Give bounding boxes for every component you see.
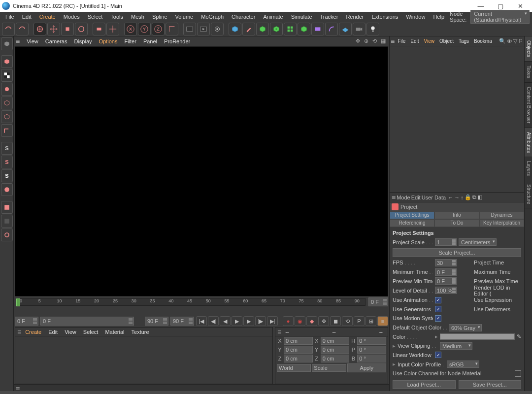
fps-input[interactable]: 30: [435, 259, 457, 266]
use-motion-check[interactable]: ✓: [435, 315, 441, 322]
time-end-outer[interactable]: 90 F: [170, 317, 194, 326]
goto-start-button[interactable]: |◀: [196, 316, 207, 326]
coord-mode-select[interactable]: Scale: [312, 364, 346, 372]
mat-menu-view[interactable]: View: [62, 328, 79, 336]
mat-menu-texture[interactable]: Texture: [129, 328, 152, 336]
rtab-layers[interactable]: Layers: [525, 157, 532, 180]
render-view-button[interactable]: [183, 23, 196, 35]
view-menu-display[interactable]: Display: [71, 37, 95, 45]
menu-render[interactable]: Render: [342, 13, 367, 21]
viewport-hamburger-icon[interactable]: [16, 37, 20, 45]
menu-create[interactable]: Create: [36, 13, 59, 21]
linear-workflow-check[interactable]: ✓: [435, 352, 441, 358]
key-rot-button[interactable]: ⟲: [342, 316, 353, 326]
viewport-rotate-icon[interactable]: ⟲: [371, 37, 378, 45]
select-tool[interactable]: [33, 23, 46, 35]
key-strip-button[interactable]: ≡: [377, 316, 388, 326]
menu-animate[interactable]: Animate: [260, 13, 286, 21]
z-axis-toggle[interactable]: Z: [152, 23, 165, 35]
attr-nav-back-icon[interactable]: ←: [448, 195, 453, 200]
make-editable-button[interactable]: [1, 55, 13, 68]
scale-tool[interactable]: [61, 23, 74, 35]
undo-button[interactable]: [2, 23, 15, 35]
menu-tools[interactable]: Tools: [107, 13, 127, 21]
obj-menu-view[interactable]: View: [422, 37, 437, 45]
coord-space-select[interactable]: World: [277, 364, 311, 372]
viewport-zoom-icon[interactable]: ⊕: [363, 37, 370, 45]
obj-menu-object[interactable]: Object: [437, 37, 456, 45]
mesh3-button[interactable]: [1, 229, 13, 241]
object-manager-area[interactable]: [390, 46, 524, 192]
menu-mesh[interactable]: Mesh: [128, 13, 148, 21]
coord-apply-button[interactable]: Apply: [347, 363, 386, 372]
key-param-button[interactable]: P: [354, 316, 365, 326]
obj-menu-tags[interactable]: Tags: [457, 37, 471, 45]
soft-select-button[interactable]: [1, 183, 13, 196]
play-button[interactable]: ▶: [232, 316, 242, 326]
model-mode-button[interactable]: [1, 37, 13, 50]
view-menu-filter[interactable]: Filter: [121, 37, 139, 45]
attr-menu-edit[interactable]: Edit: [411, 195, 421, 200]
menu-select[interactable]: Select: [84, 13, 106, 21]
tab-todo[interactable]: To Do: [434, 219, 479, 227]
coord-x-size[interactable]: 0 cm: [321, 337, 350, 345]
use-generators-check[interactable]: ✓: [435, 306, 441, 312]
color-picker-icon[interactable]: ✎: [517, 333, 521, 340]
keyframe-sel-button[interactable]: ◆: [306, 316, 317, 326]
field-button[interactable]: [311, 23, 324, 35]
obj-filter-icon[interactable]: ▽: [513, 38, 517, 44]
viewport-layout-icon[interactable]: ▦: [379, 37, 387, 45]
light-button[interactable]: [366, 23, 379, 35]
texture-mode-button[interactable]: [1, 69, 13, 82]
timeline-ruler[interactable]: 051015202530354045505560657075808590: [16, 298, 366, 306]
menu-help[interactable]: Help: [430, 13, 448, 21]
cloner-button[interactable]: [284, 23, 297, 35]
save-preset-button[interactable]: Save Preset...: [459, 380, 522, 389]
node-space-select[interactable]: Current (Standard/Physical): [470, 10, 530, 24]
command-bar[interactable]: [14, 384, 389, 391]
tab-referencing[interactable]: Referencing: [390, 219, 434, 227]
obj-menu-edit[interactable]: Edit: [408, 37, 421, 45]
menu-extensions[interactable]: Extensions: [368, 13, 401, 21]
coord-b[interactable]: 0 °: [357, 355, 386, 362]
attr-nav-fwd-icon[interactable]: →: [454, 195, 460, 200]
view-clipping-select[interactable]: Medium: [440, 342, 472, 350]
render-settings-button[interactable]: [211, 23, 224, 35]
tab-info[interactable]: Info: [434, 211, 479, 219]
mat-menu-edit[interactable]: Edit: [45, 328, 61, 336]
obj-search-icon[interactable]: 🔍: [499, 38, 506, 44]
rtab-structure[interactable]: Structure: [525, 180, 532, 209]
mat-menu-select[interactable]: Select: [80, 328, 101, 336]
load-preset-button[interactable]: Load Preset...: [393, 380, 456, 389]
move-tool[interactable]: [47, 23, 60, 35]
coord-y-size[interactable]: 0 cm: [321, 346, 350, 354]
cube-primitive-button[interactable]: [229, 23, 241, 35]
lastused-tool[interactable]: [93, 23, 105, 35]
coord-x-pos[interactable]: 0 cm: [284, 337, 313, 345]
camera-button[interactable]: [353, 23, 366, 35]
menu-volume[interactable]: Volume: [172, 13, 197, 21]
axis-move-tool[interactable]: [106, 23, 119, 35]
tab-project-settings[interactable]: Project Settings: [390, 211, 434, 219]
snap-button[interactable]: S: [1, 156, 13, 168]
menu-modes[interactable]: Modes: [60, 13, 83, 21]
point-mode-button[interactable]: [1, 97, 13, 109]
rtab-content[interactable]: Content Browser: [525, 83, 532, 128]
x-axis-toggle[interactable]: X: [124, 23, 137, 35]
menu-edit[interactable]: Edit: [19, 13, 35, 21]
preview-min-input[interactable]: 0 F: [435, 277, 457, 285]
obj-eye-icon[interactable]: 👁: [507, 38, 512, 44]
attr-menu-userdata[interactable]: User Data: [422, 195, 446, 200]
tab-key-interpolation[interactable]: Key Interpolation: [479, 219, 524, 227]
prev-frame-button[interactable]: ◀: [220, 316, 231, 326]
view-menu-options[interactable]: Options: [96, 37, 121, 45]
time-start-outer[interactable]: 0 F: [15, 317, 38, 326]
rtab-takes[interactable]: Takes: [525, 62, 532, 83]
viewport[interactable]: [15, 46, 388, 296]
goto-end-button[interactable]: ▶|: [267, 316, 278, 326]
subdiv-button[interactable]: [256, 23, 269, 35]
obj-menu-bookmarks[interactable]: Bookma: [472, 37, 494, 45]
min-time-input[interactable]: 0 F: [435, 268, 457, 276]
extrude-button[interactable]: [270, 23, 283, 35]
menu-window[interactable]: Window: [402, 13, 429, 21]
